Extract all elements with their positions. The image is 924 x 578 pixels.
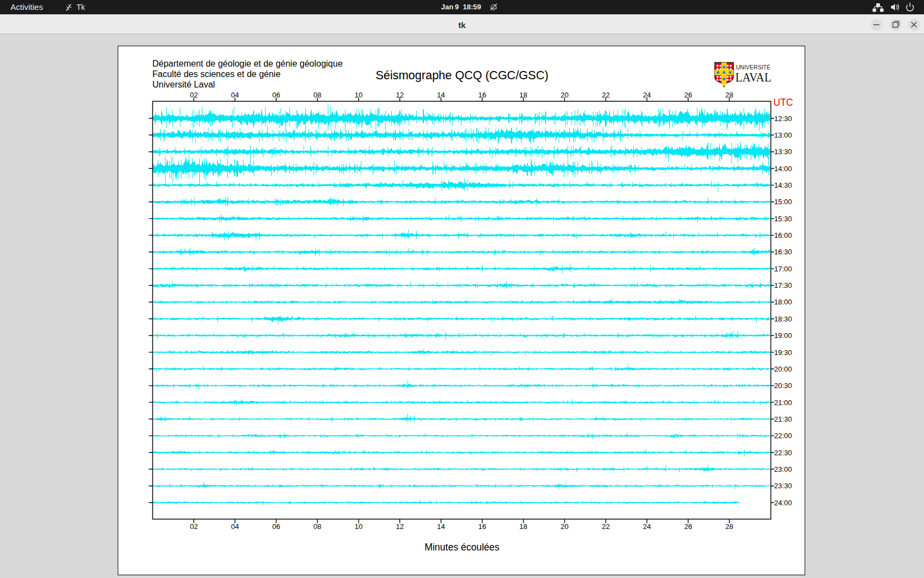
svg-text:08: 08 bbox=[314, 522, 321, 531]
svg-text:04: 04 bbox=[231, 522, 239, 531]
svg-text:23:30: 23:30 bbox=[774, 482, 793, 490]
svg-text:26: 26 bbox=[684, 522, 692, 531]
svg-text:19:30: 19:30 bbox=[774, 348, 793, 357]
svg-text:28: 28 bbox=[725, 91, 733, 99]
svg-text:15:30: 15:30 bbox=[774, 215, 793, 223]
svg-text:Séismographe QCQ (CGC/GSC): Séismographe QCQ (CGC/GSC) bbox=[376, 69, 548, 82]
svg-text:24: 24 bbox=[643, 522, 651, 531]
svg-text:04: 04 bbox=[231, 91, 239, 99]
svg-text:18:30: 18:30 bbox=[774, 315, 793, 323]
svg-text:10: 10 bbox=[355, 91, 362, 99]
svg-text:14: 14 bbox=[437, 522, 445, 531]
svg-text:17:00: 17:00 bbox=[774, 265, 793, 273]
svg-text:13:00: 13:00 bbox=[774, 131, 793, 139]
svg-text:16:30: 16:30 bbox=[774, 248, 793, 256]
svg-text:23:00: 23:00 bbox=[774, 465, 793, 473]
svg-text:16: 16 bbox=[478, 522, 486, 531]
svg-text:Université Laval: Université Laval bbox=[152, 80, 215, 89]
svg-text:15:00: 15:00 bbox=[774, 198, 793, 206]
svg-text:14:00: 14:00 bbox=[774, 165, 793, 173]
svg-text:19:00: 19:00 bbox=[774, 331, 793, 340]
svg-text:21:30: 21:30 bbox=[774, 415, 793, 423]
svg-text:12: 12 bbox=[396, 91, 404, 99]
svg-text:06: 06 bbox=[272, 522, 280, 531]
svg-text:24: 24 bbox=[643, 91, 651, 99]
svg-text:Département de géologie et de: Département de géologie et de génie géol… bbox=[152, 59, 343, 68]
svg-text:18: 18 bbox=[519, 522, 527, 531]
svg-text:Minutes écoulées: Minutes écoulées bbox=[425, 542, 499, 553]
svg-text:17:30: 17:30 bbox=[774, 281, 793, 290]
svg-text:13:30: 13:30 bbox=[774, 148, 793, 156]
svg-text:20: 20 bbox=[560, 91, 568, 99]
svg-text:12:30: 12:30 bbox=[774, 114, 793, 123]
svg-text:22: 22 bbox=[602, 91, 609, 99]
svg-text:14:30: 14:30 bbox=[774, 181, 793, 189]
svg-text:UTC: UTC bbox=[773, 97, 793, 108]
svg-text:26: 26 bbox=[684, 91, 692, 99]
svg-text:20:30: 20:30 bbox=[774, 381, 793, 390]
svg-text:08: 08 bbox=[314, 91, 321, 99]
svg-text:18: 18 bbox=[519, 91, 527, 99]
svg-text:20:00: 20:00 bbox=[774, 365, 793, 373]
svg-text:Faculté des sciences et de gén: Faculté des sciences et de génie bbox=[152, 69, 280, 79]
svg-text:14: 14 bbox=[437, 91, 445, 99]
svg-text:02: 02 bbox=[190, 522, 197, 531]
svg-text:28: 28 bbox=[725, 522, 733, 531]
svg-text:06: 06 bbox=[272, 91, 280, 99]
svg-text:22:30: 22:30 bbox=[774, 449, 793, 457]
svg-text:22:00: 22:00 bbox=[774, 432, 793, 440]
svg-text:LAVAL: LAVAL bbox=[735, 70, 772, 84]
svg-text:20: 20 bbox=[560, 522, 568, 531]
svg-text:16:00: 16:00 bbox=[774, 231, 793, 239]
svg-text:18:00: 18:00 bbox=[774, 298, 793, 306]
svg-text:21:00: 21:00 bbox=[774, 399, 793, 407]
svg-text:02: 02 bbox=[190, 91, 197, 99]
svg-text:16: 16 bbox=[478, 91, 486, 99]
svg-text:10: 10 bbox=[355, 522, 362, 531]
svg-text:22: 22 bbox=[602, 522, 609, 531]
svg-text:24:00: 24:00 bbox=[774, 499, 793, 507]
svg-text:12: 12 bbox=[396, 522, 404, 531]
